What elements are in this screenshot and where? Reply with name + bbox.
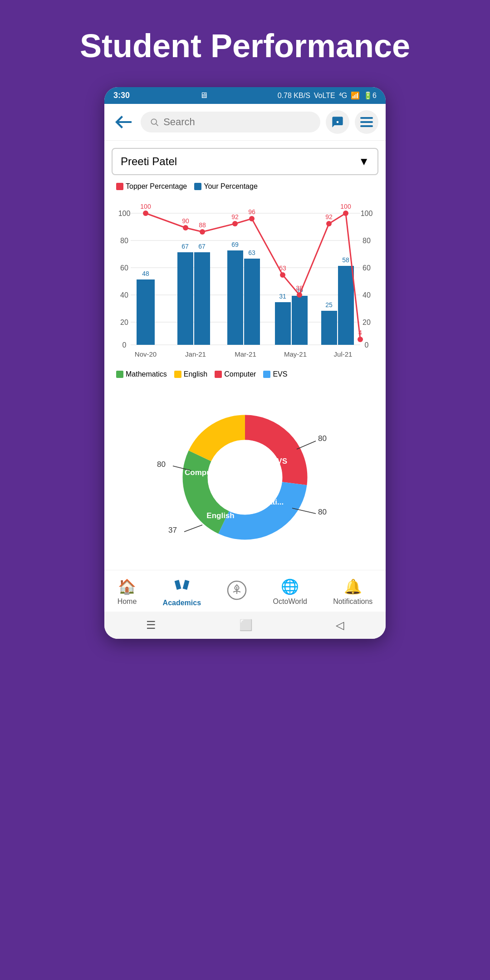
topper-dot bbox=[116, 183, 123, 190]
donut-chart: EVS Mathemati... English Compute... 80 8… bbox=[112, 396, 378, 559]
legend-evs: EVS bbox=[263, 370, 287, 378]
svg-line-80 bbox=[184, 525, 202, 532]
svg-text:80: 80 bbox=[363, 237, 371, 245]
svg-text:38: 38 bbox=[296, 284, 303, 292]
svg-text:88: 88 bbox=[199, 221, 206, 229]
nav-academics[interactable]: Academics bbox=[163, 577, 201, 607]
svg-text:4: 4 bbox=[358, 329, 362, 336]
hamburger-btn[interactable]: ☰ bbox=[146, 619, 156, 632]
phone-frame: 3:30 🖥 0.78 KB/S VoLTE ⁴G 📶 🔋6 bbox=[104, 87, 386, 639]
svg-point-42 bbox=[143, 211, 148, 216]
svg-text:92: 92 bbox=[325, 213, 333, 220]
svg-rect-24 bbox=[137, 279, 155, 345]
svg-rect-84 bbox=[174, 580, 181, 590]
octoworld-label: OctoWorld bbox=[273, 598, 307, 606]
square-btn[interactable]: ⬜ bbox=[239, 619, 253, 632]
svg-rect-30 bbox=[227, 250, 243, 345]
back-sys-btn[interactable]: ◁ bbox=[336, 619, 344, 632]
nav-notifications[interactable]: 🔔 Notifications bbox=[333, 578, 372, 606]
svg-text:0: 0 bbox=[122, 341, 127, 349]
svg-text:48: 48 bbox=[142, 270, 149, 277]
bar-chart-area: Topper Percentage Your Percentage 100 80… bbox=[104, 182, 386, 387]
svg-text:67: 67 bbox=[181, 243, 189, 250]
status-signal: 📶 bbox=[351, 91, 360, 100]
status-icon-screen: 🖥 bbox=[200, 91, 208, 100]
svg-text:100: 100 bbox=[361, 210, 373, 217]
svg-rect-28 bbox=[194, 252, 210, 345]
legend-topper: Topper Percentage bbox=[116, 182, 187, 191]
svg-rect-85 bbox=[182, 580, 189, 590]
home-label: Home bbox=[118, 598, 137, 606]
svg-rect-5 bbox=[360, 125, 373, 127]
svg-text:Jan-21: Jan-21 bbox=[185, 350, 206, 358]
nav-octoworld[interactable]: 🌐 OctoWorld bbox=[273, 578, 307, 606]
home-icon: 🏠 bbox=[118, 578, 136, 595]
chart-legend: Topper Percentage Your Percentage bbox=[112, 182, 378, 191]
svg-rect-34 bbox=[275, 302, 291, 345]
svg-rect-40 bbox=[338, 266, 354, 345]
status-4g: ⁴G bbox=[339, 91, 347, 100]
svg-text:EVS: EVS bbox=[272, 457, 287, 466]
status-voip: VoLTE bbox=[314, 92, 335, 100]
subject-legend: Mathematics English Computer EVS bbox=[112, 370, 378, 378]
svg-text:80: 80 bbox=[157, 460, 166, 469]
svg-text:80: 80 bbox=[318, 434, 327, 443]
page-title: Student Performance bbox=[0, 0, 490, 87]
svg-rect-32 bbox=[244, 259, 260, 345]
svg-text:Nov-20: Nov-20 bbox=[135, 350, 157, 358]
student-name: Preeti Patel bbox=[121, 155, 177, 168]
center-icon bbox=[227, 580, 247, 604]
svg-point-50 bbox=[343, 211, 348, 216]
svg-text:80: 80 bbox=[318, 508, 327, 516]
system-nav: ☰ ⬜ ◁ bbox=[104, 612, 386, 639]
svg-rect-36 bbox=[292, 296, 308, 345]
svg-text:67: 67 bbox=[198, 243, 206, 250]
svg-point-0 bbox=[151, 119, 157, 124]
legend-yours: Your Percentage bbox=[194, 182, 258, 191]
nav-center[interactable] bbox=[227, 580, 247, 604]
svg-text:60: 60 bbox=[363, 264, 371, 272]
svg-text:90: 90 bbox=[182, 217, 189, 225]
svg-text:37: 37 bbox=[168, 526, 177, 534]
svg-line-1 bbox=[156, 124, 158, 126]
octoworld-icon: 🌐 bbox=[281, 578, 299, 595]
svg-point-2 bbox=[337, 121, 339, 123]
svg-text:58: 58 bbox=[342, 256, 349, 264]
svg-text:40: 40 bbox=[120, 291, 128, 299]
bell-icon: 🔔 bbox=[344, 578, 362, 595]
svg-rect-4 bbox=[360, 121, 373, 123]
dropdown-icon: ▼ bbox=[358, 155, 369, 168]
svg-point-49 bbox=[326, 221, 332, 226]
svg-text:100: 100 bbox=[140, 203, 151, 210]
search-input[interactable] bbox=[163, 116, 311, 128]
svg-point-46 bbox=[249, 216, 255, 221]
status-time: 3:30 bbox=[113, 91, 130, 100]
svg-text:Jul-21: Jul-21 bbox=[334, 350, 353, 358]
svg-rect-38 bbox=[321, 311, 337, 345]
svg-text:63: 63 bbox=[248, 249, 255, 256]
svg-text:Mar-21: Mar-21 bbox=[235, 350, 256, 358]
svg-text:English: English bbox=[206, 511, 234, 520]
nav-home[interactable]: 🏠 Home bbox=[118, 578, 137, 606]
back-button[interactable] bbox=[112, 110, 135, 134]
svg-text:Compute...: Compute... bbox=[185, 468, 225, 477]
notifications-label: Notifications bbox=[333, 598, 372, 606]
svg-text:60: 60 bbox=[120, 264, 128, 272]
svg-text:0: 0 bbox=[365, 341, 369, 349]
svg-text:25: 25 bbox=[325, 301, 333, 309]
status-speed: 0.78 KB/S bbox=[278, 92, 310, 100]
chat-button[interactable] bbox=[326, 110, 349, 134]
bottom-nav: 🏠 Home Academics 🌐 bbox=[104, 570, 386, 612]
svg-text:80: 80 bbox=[120, 237, 128, 245]
svg-text:96: 96 bbox=[248, 208, 255, 216]
menu-button[interactable] bbox=[355, 110, 378, 134]
topper-label: Topper Percentage bbox=[126, 182, 187, 191]
legend-computer: Computer bbox=[215, 370, 256, 378]
student-selector[interactable]: Preeti Patel ▼ bbox=[112, 148, 378, 175]
svg-text:100: 100 bbox=[118, 210, 131, 217]
donut-chart-area: EVS Mathemati... English Compute... 80 8… bbox=[104, 387, 386, 570]
yours-label: Your Percentage bbox=[204, 182, 258, 191]
search-bar[interactable] bbox=[141, 112, 320, 132]
svg-point-51 bbox=[358, 337, 363, 342]
svg-point-45 bbox=[232, 221, 238, 226]
